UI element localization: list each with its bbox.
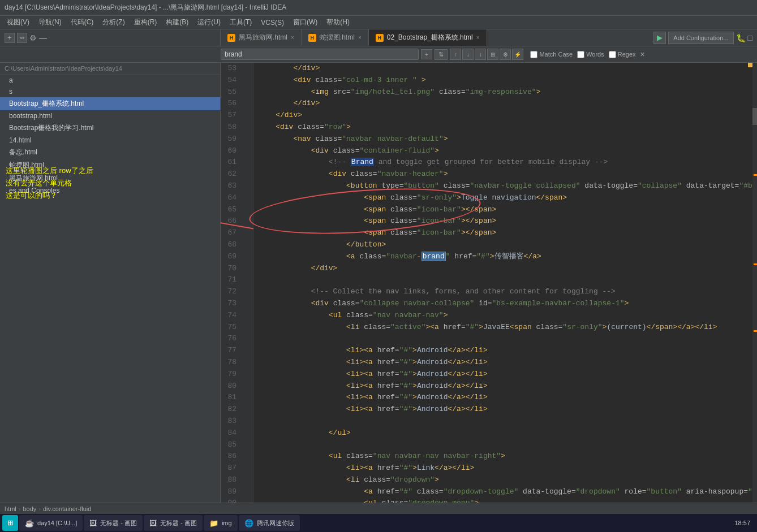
window-title: day14 [C:\Users\Administrator\IdeaProjec… [5, 3, 286, 12]
sidebar-item-a[interactable]: a [0, 75, 220, 86]
sidebar-item-bootstrap-study[interactable]: Bootstrap栅格我的学习.html [0, 122, 220, 135]
menu-vcs[interactable]: VCS(S) [256, 18, 289, 28]
sidebar-item-bootstrap2[interactable]: bootstrap.html [0, 110, 220, 122]
tab-snake[interactable]: H 蛇摆图.html × [302, 29, 369, 46]
code-line-73: 73 <div class="collapse navbar-collapse"… [221, 298, 757, 310]
menu-build[interactable]: 构建(B) [161, 16, 193, 28]
search-close-button[interactable]: × [638, 50, 647, 59]
add-button[interactable]: + [5, 33, 15, 43]
search-input[interactable] [225, 50, 415, 58]
menu-window[interactable]: 窗口(W) [289, 16, 322, 28]
close-sidebar-button[interactable]: — [39, 33, 47, 42]
code-line-55: 55 <img src="img/hotel_tel.png" class="i… [221, 86, 757, 98]
menu-analyze[interactable]: 分析(Z) [98, 16, 129, 28]
taskbar-paint2[interactable]: 🖼 无标题 - 画图 [144, 515, 203, 531]
code-line-76: 76 [221, 333, 757, 345]
taskbar: ⊞ ☕ day14 [C:\U...] 🖼 无标题 - 画图 🖼 无标题 - 画… [0, 514, 757, 532]
sidebar-path: C:\Users\Administrator\IdeaProjects\day1… [0, 63, 220, 75]
menu-code[interactable]: 代码(C) [66, 16, 98, 28]
right-scrollbar[interactable] [752, 63, 757, 509]
code-line-71: 71 [221, 274, 757, 286]
sidebar-item-bootstrap[interactable]: Bootstrap_栅格系统.html [0, 97, 220, 110]
breadcrumb-body[interactable]: body [23, 505, 36, 512]
settings-button[interactable]: ⚙ [29, 33, 37, 42]
sidebar-item-heima[interactable]: 黑马旅游网.html [0, 172, 220, 185]
taskbar-img[interactable]: 📁 img [204, 515, 238, 531]
code-line-82: 82 <li><a href="#">Android</a></li> [221, 404, 757, 416]
search-extra-button[interactable]: ⚡ [512, 49, 523, 60]
tab-label-heima: 黑马旅游网.html [239, 33, 287, 42]
search-input-wrap[interactable] [221, 49, 419, 60]
code-line-77: 77 <li><a href="#">Android</a></li> [221, 345, 757, 357]
code-line-80: 80 <li><a href="#">Android</a></li> [221, 380, 757, 392]
search-bar: + ⇅ ↑ ↓ ↕ ⊞ ⚙ ⚡ Match Case Words Regex × [0, 46, 757, 63]
code-line-59: 59 <nav class="navbar navbar-default"> [221, 133, 757, 145]
title-bar: day14 [C:\Users\Administrator\IdeaProjec… [0, 0, 757, 16]
scroll-indicator-3 [754, 330, 757, 332]
tab-bootstrap[interactable]: H 02_Bootstrap_栅格系统.html × [369, 29, 487, 46]
code-line-68: 68 </button> [221, 239, 757, 251]
tab-close-heima[interactable]: × [291, 34, 294, 41]
search-all-button[interactable]: ↕ [475, 49, 486, 60]
breadcrumb-sep1: › [19, 505, 21, 512]
search-next-button[interactable]: ↓ [462, 49, 474, 60]
search-add-button[interactable]: + [421, 49, 432, 59]
regex-label[interactable]: Regex [609, 51, 636, 58]
words-checkbox[interactable] [577, 51, 584, 58]
split-button[interactable]: ⇔ [17, 33, 27, 43]
scrollbar-thumb[interactable] [752, 108, 757, 125]
add-config-button[interactable]: Add Configuration... [668, 32, 733, 44]
code-line-66: 66 <span class="icon-bar"></span> [221, 215, 757, 227]
match-case-label[interactable]: Match Case [530, 51, 573, 58]
taskbar-intellij[interactable]: ☕ day14 [C:\U...] [19, 515, 83, 531]
sidebar-item-s[interactable]: s [0, 86, 220, 97]
search-replace-button[interactable]: ⇅ [435, 49, 448, 60]
code-line-63: 63 <button type="button" class="navbar-t… [221, 180, 757, 192]
code-editor[interactable]: 53 </div>54 <div class="col-md-3 inner "… [221, 63, 757, 509]
menu-help[interactable]: 帮助(H) [322, 16, 354, 28]
match-case-checkbox[interactable] [530, 51, 537, 58]
sidebar-item-consoles[interactable]: es and Consoles [0, 185, 220, 196]
sidebar: C:\Users\Administrator\IdeaProjects\day1… [0, 63, 221, 509]
breadcrumb-div[interactable]: div.container-fluid [43, 505, 91, 512]
regex-checkbox[interactable] [609, 51, 616, 58]
code-line-70: 70 </div> [221, 263, 757, 275]
breadcrumb-html[interactable]: html [5, 505, 16, 512]
menu-refactor[interactable]: 重构(R) [130, 16, 162, 28]
tab-heima[interactable]: H 黑马旅游网.html × [221, 29, 302, 46]
start-button[interactable]: ⊞ [2, 515, 18, 531]
code-line-57: 57 </div> [221, 110, 757, 122]
code-line-61: 61 <!-- Brand and toggle get grouped for… [221, 157, 757, 168]
code-line-62: 62 <div class="navbar-header"> [221, 168, 757, 180]
debug-button[interactable]: 🐛 [736, 33, 746, 42]
menu-view[interactable]: 视图(V) [2, 16, 34, 28]
menu-run[interactable]: 运行(U) [193, 16, 225, 28]
tab-close-bootstrap[interactable]: × [476, 34, 480, 41]
code-line-56: 56 </div> [221, 98, 757, 110]
sidebar-item-memo[interactable]: 备忘.html [0, 146, 220, 159]
tab-close-snake[interactable]: × [358, 34, 362, 41]
scroll-indicator-2 [754, 263, 757, 265]
code-line-81: 81 <li><a href="#">Android</a></li> [221, 392, 757, 404]
menu-tools[interactable]: 工具(T) [225, 16, 256, 28]
code-line-53: 53 </div> [221, 63, 757, 75]
code-line-74: 74 <ul class="nav navbar-nav"> [221, 310, 757, 322]
code-line-67: 67 <span class="icon-bar"></span> [221, 227, 757, 239]
more-tools-button[interactable]: □ [748, 33, 752, 42]
taskbar-browser[interactable]: 🌐 腾讯网迷你版 [239, 515, 300, 531]
sidebar-item-snake[interactable]: 蛇摆图.html [0, 159, 220, 172]
code-line-69: 69 <a class="navbar-brand" href="#">传智播客… [221, 251, 757, 263]
sidebar-item-14[interactable]: 14.html [0, 135, 220, 146]
taskbar-time: 18:57 [730, 520, 755, 526]
tab-icon-bootstrap: H [376, 34, 384, 42]
search-prev-button[interactable]: ↑ [450, 49, 461, 60]
search-settings-button[interactable]: ⚙ [500, 49, 511, 60]
words-label[interactable]: Words [577, 51, 604, 58]
code-line-72: 72 <!-- Collect the nav links, forms, an… [221, 286, 757, 298]
run-button[interactable]: ▶ [653, 32, 666, 44]
search-filter-button[interactable]: ⊞ [487, 49, 498, 60]
taskbar-paint1[interactable]: 🖼 无标题 - 画图 [84, 515, 143, 531]
menu-navigate[interactable]: 导航(N) [34, 16, 66, 28]
code-line-85: 85 [221, 439, 757, 451]
code-line-83: 83 [221, 416, 757, 427]
